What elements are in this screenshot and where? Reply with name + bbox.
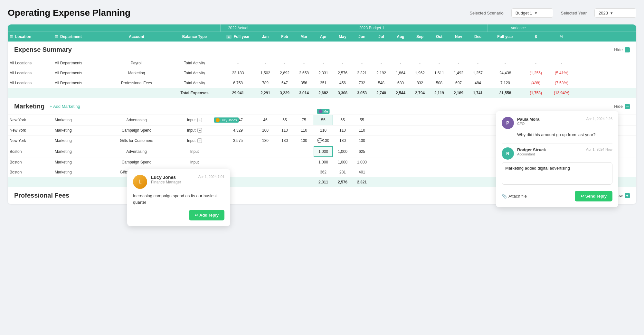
col-mar: Mar [294,32,314,42]
professional-fees-title: Professional Fees [14,192,69,199]
paula-header: P Paula Mora CFO Apr 1, 2024 9:26 [502,117,612,129]
col-sep: Sep [410,32,430,42]
lucy-popup-actions: ↩ Add reply [133,210,224,220]
col-nov: Nov [449,32,468,42]
cell-apr-ny-advert[interactable]: 55 Me [314,115,333,125]
col-full-year-actual: ⊕ Full year [220,32,256,42]
attach-file-btn[interactable]: 📎 Attach file [502,194,527,199]
expense-total-row: Total Expenses 29,941 2,2913,239 3,0142,… [8,88,636,98]
lucy-badge: Lucy Jones [214,117,239,123]
lucy-avatar: L [133,175,147,189]
col-may: May [333,32,352,42]
rodger-name: Rodger Struck [517,147,583,152]
col-department: ☰ Department [53,32,104,42]
lucy-role: Finance Manager [151,180,194,184]
lucy-badge-wrapper: Lucy Jones [214,117,239,123]
col-dec: Dec [468,32,488,42]
rodger-role: Accountant [517,152,583,156]
scenario-dropdown[interactable]: Budget 1 ▾ [511,8,553,18]
paula-message: Why did this amount go up from last year… [502,132,612,138]
comment-divider [502,143,612,144]
add-marketing-link[interactable]: + Add Marketing [50,104,80,109]
reply-input[interactable]: Marketing added digital advertising [502,162,612,185]
col-oct: Oct [430,32,449,42]
year-value: 2023 [599,11,608,15]
rodger-date: Apr 1, 2024 Now [586,147,612,151]
paula-name: Paula Mora [517,117,583,122]
col-jul: Jul [372,32,391,42]
marketing-hide-btn[interactable]: Hide — [614,104,630,109]
scenario-value: Budget 1 [516,11,532,15]
col-variance-pct: % [549,32,574,42]
expense-summary-section-header: Expense Summary Hide — [8,42,636,58]
year-dropdown[interactable]: 2023 ▾ [594,8,636,18]
expense-row-marketing: All Locations All Departments Marketing … [8,68,636,78]
column-headers: ☰ Location ☰ Department Account Balance … [8,32,636,42]
header-controls: Selected Scenario Budget 1 ▾ Selected Ye… [469,8,636,18]
cell-fy: - [220,58,256,68]
input-plus-3[interactable]: + [197,138,202,143]
user-badge-me: Me [317,109,330,114]
rodger-meta: Rodger Struck Accountant [517,147,583,156]
col-balance-type: Balance Type [169,32,220,42]
hide-icon-expense: — [625,47,630,52]
paula-role: CFO [517,122,583,126]
hide-label-expense: Hide [614,47,623,52]
scenario-label: Selected Scenario [469,11,504,15]
marketing-title: Marketing [14,103,44,110]
lucy-message: Increasing campaign spend as its our bus… [133,193,224,205]
col-variance-dollar: $ [523,32,549,42]
comment-icon-gifts[interactable]: 💬 [317,138,323,143]
expense-row-prof-fees: All Locations All Departments Profession… [8,78,636,88]
add-reply-button[interactable]: ↩ Add reply [189,210,224,220]
input-plus-2[interactable]: + [197,128,202,133]
col-jun: Jun [352,32,372,42]
expense-row-payroll: All Locations All Departments Payroll To… [8,58,636,68]
lucy-badge-label: Lucy Jones [221,118,237,122]
comment-actions: 📎 Attach file ↩ Send reply [502,191,612,201]
col-location: ☰ Location [8,32,53,42]
budget-band: 2023 Budget 1 [256,24,488,32]
col-full-year: Full year [488,32,523,42]
col-feb: Feb [275,32,294,42]
input-plus-icon[interactable]: + [197,118,202,122]
hide-icon-marketing: — [625,104,630,109]
col-account: Account [104,32,169,42]
reply-area: Marketing added digital advertising [502,162,612,186]
menu-icon: ☰ [10,35,13,39]
year-arrow-icon: ▾ [611,11,613,15]
rodger-header: R Rodger Struck Accountant Apr 1, 2024 N… [502,147,612,160]
paperclip-icon: 📎 [502,194,507,199]
col-aug: Aug [391,32,410,42]
paula-meta: Paula Mora CFO [517,117,583,126]
paula-date: Apr 1, 2024 9:26 [586,117,612,121]
cell-input-1000[interactable]: 1,000 [314,146,333,157]
lucy-popup-header: L Lucy Jones Finance Manager Apr 1, 2024… [133,175,224,189]
col-apr: Apr [314,32,333,42]
page: Operating Expense Planning Selected Scen… [0,0,644,335]
comment-panel: P Paula Mora CFO Apr 1, 2024 9:26 Why di… [496,111,618,207]
cell-loc: All Locations [8,58,53,68]
cell-acct: Payroll [104,58,169,68]
show-plus-icon: + [625,193,630,198]
actual-band: 2022 Actual [220,24,256,32]
hide-label-marketing: Hide [614,104,623,109]
expense-summary-hide-btn[interactable]: Hide — [614,47,630,52]
col-jan: Jan [256,32,275,42]
menu-icon-dept: ☰ [55,35,58,39]
page-title: Operating Expense Planning [8,8,130,18]
attach-label: Attach file [508,194,527,199]
paula-comment: P Paula Mora CFO Apr 1, 2024 9:26 Why di… [502,117,612,138]
lucy-date: Apr 1, 2024 7:01 [198,175,224,179]
rodger-avatar: R [502,147,514,160]
lucy-info: Lucy Jones Finance Manager [151,175,194,184]
lucy-popup: L Lucy Jones Finance Manager Apr 1, 2024… [127,169,230,226]
lucy-name: Lucy Jones [151,175,194,180]
cell-bt: Total Activity [169,58,220,68]
cell-dept: All Departments [53,58,104,68]
col-band-empty [8,24,220,32]
year-label: Selected Year [561,11,587,15]
scenario-arrow-icon: ▾ [535,11,537,15]
send-reply-button[interactable]: ↩ Send reply [575,191,612,201]
rodger-comment: R Rodger Struck Accountant Apr 1, 2024 N… [502,147,612,186]
